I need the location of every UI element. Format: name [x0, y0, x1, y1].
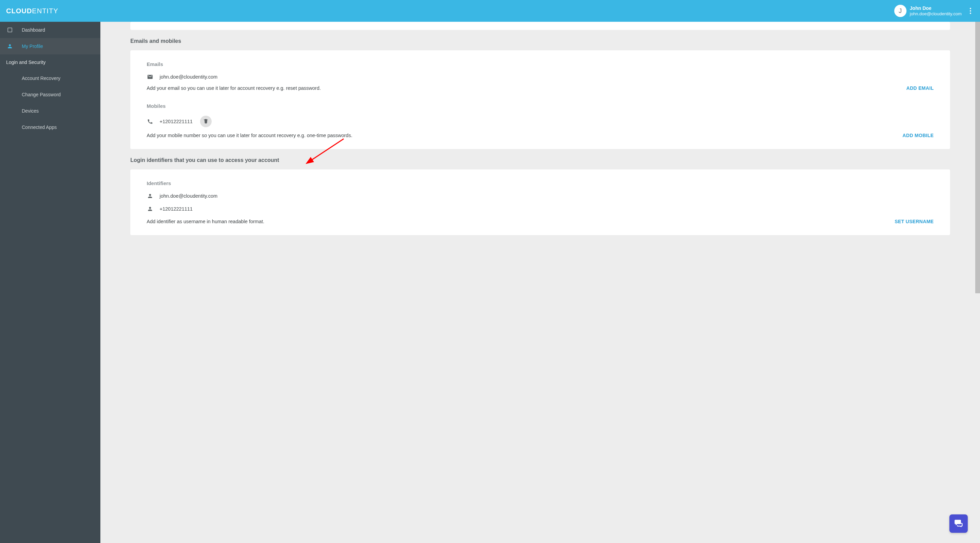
set-username-button[interactable]: SET USERNAME [894, 219, 934, 224]
user-name: John Doe [910, 5, 962, 11]
user-text: John Doe john.doe@cloudentity.com [910, 5, 962, 16]
user-email: john.doe@cloudentity.com [910, 11, 962, 17]
sidebar-item-label: Dashboard [22, 27, 45, 33]
section-title-emails-mobiles: Emails and mobiles [130, 38, 950, 44]
app-header: CLOUDENTITY J John Doe john.doe@cloudent… [0, 0, 980, 22]
add-email-button[interactable]: ADD EMAIL [907, 86, 934, 91]
person-icon [147, 206, 153, 212]
card-top-fragment [130, 22, 950, 30]
header-right: J John Doe john.doe@cloudentity.com [894, 5, 975, 17]
avatar: J [894, 5, 907, 17]
sidebar-item-my-profile[interactable]: My Profile [0, 38, 100, 54]
scrollbar[interactable] [975, 22, 980, 293]
mobile-value: +12012221111 [159, 119, 192, 124]
sidebar-item-dashboard[interactable]: Dashboard [0, 22, 100, 38]
email-helper-text: Add your email so you can use it later f… [147, 86, 898, 91]
sidebar-item-connected-apps[interactable]: Connected Apps [0, 119, 100, 135]
section-title-identifiers: Login identifiers that you can use to ac… [130, 157, 950, 163]
identifier-action-row: Add identifier as username in human read… [147, 219, 934, 224]
mobile-helper-text: Add your mobile number so you can use it… [147, 133, 894, 138]
identifier-email-value: john.doe@cloudentity.com [159, 193, 218, 199]
identifier-helper-text: Add identifier as username in human read… [147, 219, 886, 224]
sidebar-item-change-password[interactable]: Change Password [0, 86, 100, 103]
mobiles-label: Mobiles [147, 103, 934, 109]
identifier-row: john.doe@cloudentity.com [147, 193, 934, 199]
email-row: john.doe@cloudentity.com [147, 74, 934, 80]
identifier-phone-value: +12012221111 [159, 206, 192, 212]
chat-fab[interactable] [950, 514, 968, 533]
card-identifiers: Identifiers john.doe@cloudentity.com +12… [130, 170, 950, 235]
emails-label: Emails [147, 61, 934, 67]
email-value: john.doe@cloudentity.com [159, 74, 218, 79]
more-menu-icon[interactable] [966, 7, 975, 15]
main-content: Emails and mobiles Emails john.doe@cloud… [100, 22, 980, 543]
sidebar: Dashboard My Profile Login and Security … [0, 22, 100, 543]
sidebar-item-devices[interactable]: Devices [0, 103, 100, 119]
mobile-row: +12012221111 [147, 116, 934, 127]
card-emails-mobiles: Emails john.doe@cloudentity.com Add your… [130, 50, 950, 149]
sidebar-item-account-recovery[interactable]: Account Recovery [0, 70, 100, 86]
email-icon [147, 74, 153, 80]
sidebar-item-label: My Profile [22, 44, 43, 49]
user-block[interactable]: J John Doe john.doe@cloudentity.com [894, 5, 962, 17]
person-icon [6, 43, 14, 49]
mobile-action-row: Add your mobile number so you can use it… [147, 133, 934, 138]
identifiers-label: Identifiers [147, 180, 934, 186]
brand-logo: CLOUDENTITY [6, 7, 58, 15]
person-icon [147, 193, 153, 199]
email-action-row: Add your email so you can use it later f… [147, 86, 934, 91]
sidebar-section-login-security: Login and Security [0, 54, 100, 70]
phone-icon [147, 118, 153, 124]
brand-thin: ENTITY [32, 7, 58, 15]
brand-bold: CLOUD [6, 7, 32, 15]
dashboard-icon [6, 27, 14, 33]
chat-icon [954, 518, 963, 529]
trash-icon [203, 118, 208, 125]
identifier-row: +12012221111 [147, 206, 934, 212]
delete-mobile-button[interactable] [200, 116, 212, 127]
add-mobile-button[interactable]: ADD MOBILE [902, 133, 934, 138]
